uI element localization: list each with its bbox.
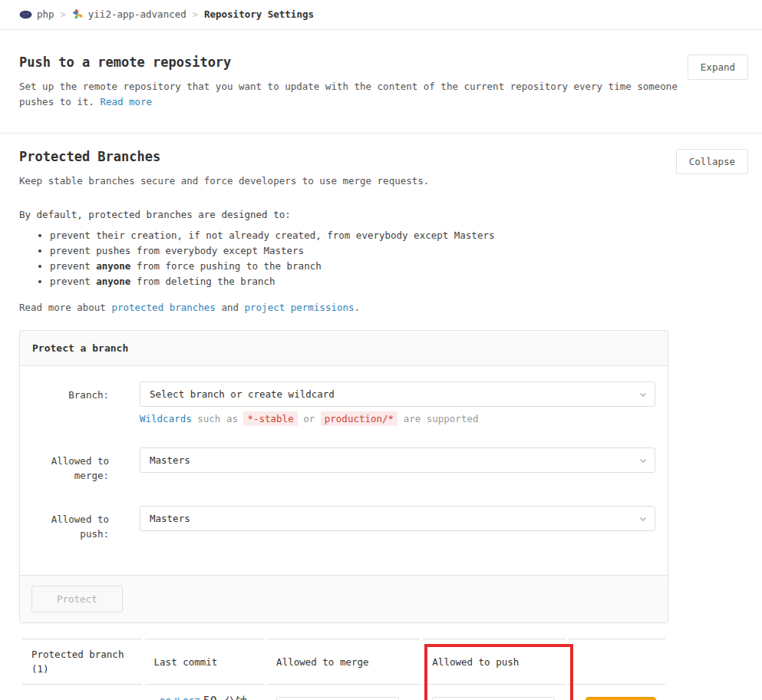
project-permissions-link[interactable]: project permissions: [245, 302, 355, 313]
commit-link[interactable]: a80db967: [154, 696, 200, 700]
breadcrumb-project-label: yii2-app-advanced: [88, 8, 186, 20]
static-text: .: [355, 302, 361, 313]
merge-select-value: Masters: [150, 454, 190, 466]
push-select-value: Masters: [150, 513, 190, 524]
static-text: are supported: [397, 413, 478, 424]
protected-branches-link[interactable]: protected branches: [111, 302, 215, 313]
list-item: prevent their creation, if not already c…: [50, 228, 748, 243]
breadcrumb: php > yii2-app-advanced > Repository Set…: [0, 0, 762, 30]
chevron-right-icon: >: [60, 9, 67, 20]
allowed-to-push-select[interactable]: Masters: [140, 506, 655, 531]
chevron-down-icon: [638, 456, 648, 465]
static-text: or: [298, 413, 321, 424]
branch-select-value: Select branch or create wildcard: [150, 388, 335, 400]
php-icon: [19, 10, 32, 19]
protected-branches-table-wrap: Protected branch (1) Last commit Allowed…: [19, 639, 668, 700]
allowed-to-merge-label: Allowed to merge:: [32, 447, 109, 483]
breadcrumb-group-label: php: [37, 8, 54, 20]
panel-footer: Protect: [20, 575, 668, 622]
protected-defaults-list: prevent their creation, if not already c…: [38, 228, 748, 289]
action-cell: Unprotect: [569, 685, 665, 700]
collapse-button[interactable]: Collapse: [676, 149, 748, 174]
breadcrumb-item-group[interactable]: php: [19, 8, 54, 20]
header-last-commit: Last commit: [145, 639, 265, 685]
panel-title: Protect a branch: [20, 331, 668, 366]
expand-button[interactable]: Expand: [688, 54, 748, 80]
push-cell: Masters: [423, 685, 566, 700]
row-allowed-to-merge-select[interactable]: Masters: [276, 697, 399, 700]
remote-repository-section: Push to a remote repository Expand Set u…: [0, 30, 762, 134]
allowed-to-push-row: Allowed to push: Masters: [32, 506, 655, 541]
branch-cell: masterdefault: [22, 685, 142, 700]
wildcard-example-code: production/*: [321, 411, 397, 426]
bullet-text: prevent: [50, 276, 96, 287]
table-header-row: Protected branch (1) Last commit Allowed…: [22, 639, 665, 685]
remote-section-title: Push to a remote repository: [19, 30, 748, 70]
bullet-bold: anyone: [96, 260, 130, 272]
chevron-down-icon: [638, 514, 648, 523]
protected-branches-section: Protected Branches Collapse Keep stable …: [0, 134, 762, 700]
branch-field-row: Branch: Select branch or create wildcard…: [32, 381, 655, 424]
row-allowed-to-push-select[interactable]: Masters: [432, 697, 555, 700]
static-text: such as: [192, 413, 244, 424]
table-row: masterdefault a80db96750 分钟前 Masters Mas: [22, 685, 665, 700]
list-item: prevent anyone from force pushing to the…: [50, 259, 748, 274]
read-more-link[interactable]: Read more: [100, 96, 152, 107]
protected-section-title: Protected Branches: [19, 134, 748, 164]
wildcard-example-code: *-stable: [243, 411, 297, 426]
protect-branch-form: Branch: Select branch or create wildcard…: [20, 366, 668, 575]
protected-section-description: Keep stable branches secure and force de…: [19, 173, 694, 189]
header-actions: [569, 639, 665, 685]
allowed-to-push-label: Allowed to push:: [32, 506, 109, 541]
wildcard-help-text: Wildcards such as *-stable or production…: [140, 413, 655, 424]
list-item: prevent pushes from everybody except Mas…: [50, 243, 748, 259]
protect-branch-panel: Protect a branch Branch: Select branch o…: [19, 330, 668, 623]
unprotect-button[interactable]: Unprotect: [586, 697, 656, 700]
read-more-about-line: Read more about protected branches and p…: [19, 302, 748, 313]
bullet-text: prevent: [50, 260, 96, 272]
list-item: prevent anyone from deleting the branch: [50, 274, 748, 289]
header-allowed-to-push: Allowed to push: [423, 639, 566, 685]
allowed-to-merge-select[interactable]: Masters: [140, 447, 655, 473]
header-allowed-to-merge: Allowed to merge: [267, 639, 420, 685]
bullet-text: prevent pushes from everybody except Mas…: [50, 245, 304, 256]
bullet-bold: anyone: [96, 276, 130, 287]
bullet-text: from force pushing to the branch: [130, 260, 321, 272]
remote-section-description: Set up the remote repository that you wa…: [19, 79, 694, 110]
breadcrumb-current-page: Repository Settings: [204, 8, 314, 20]
merge-cell: Masters: [267, 685, 420, 700]
bullet-text: prevent their creation, if not already c…: [50, 229, 494, 241]
allowed-to-merge-row: Allowed to merge: Masters: [32, 447, 655, 483]
wildcards-link[interactable]: Wildcards: [140, 413, 192, 424]
chevron-right-icon: >: [192, 9, 199, 20]
bullet-text: from deleting the branch: [130, 276, 275, 287]
header-protected-branch: Protected branch (1): [22, 639, 142, 685]
breadcrumb-item-project[interactable]: yii2-app-advanced: [72, 8, 186, 20]
commit-cell: a80db96750 分钟前: [145, 685, 265, 700]
protected-branches-table: Protected branch (1) Last commit Allowed…: [19, 639, 668, 700]
branch-label: Branch:: [32, 381, 109, 424]
defaults-intro: By default, protected branches are desig…: [19, 209, 748, 220]
chevron-down-icon: [638, 390, 648, 399]
yii-project-icon: [72, 8, 84, 20]
protect-button[interactable]: Protect: [31, 586, 123, 612]
static-text: and: [216, 302, 245, 313]
static-text: Read more about: [19, 302, 111, 313]
branch-select[interactable]: Select branch or create wildcard: [140, 381, 655, 407]
